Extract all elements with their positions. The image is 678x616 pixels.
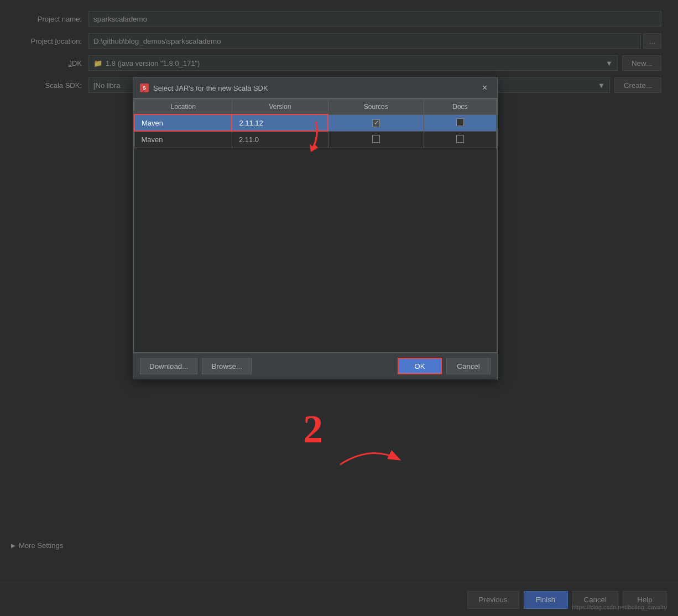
modal-icon: S xyxy=(140,83,149,92)
download-button[interactable]: Download... xyxy=(140,358,197,374)
row2-sources[interactable] xyxy=(328,131,424,148)
modal-close-button[interactable]: × xyxy=(479,82,491,93)
row1-sources[interactable]: ✓ xyxy=(328,114,424,131)
sdk-modal: S Select JAR's for the new Scala SDK × L… xyxy=(133,77,498,379)
table-header-row: Location Version Sources Docs xyxy=(134,100,497,115)
sources-checkbox-checked[interactable]: ✓ xyxy=(372,119,380,127)
docs-checkbox-unchecked[interactable] xyxy=(456,135,464,143)
row1-docs[interactable] xyxy=(424,114,496,131)
table-row[interactable]: Maven 2.11.0 xyxy=(134,131,497,148)
modal-titlebar: S Select JAR's for the new Scala SDK × xyxy=(133,78,497,98)
sdk-table: Location Version Sources Docs Maven 2.11… xyxy=(134,99,497,352)
modal-title-area: S Select JAR's for the new Scala SDK xyxy=(140,83,268,92)
empty-row xyxy=(134,148,497,352)
ok-button[interactable]: OK xyxy=(398,358,442,374)
modal-footer: Download... Browse... OK Cancel xyxy=(133,353,497,379)
col-docs: Docs xyxy=(424,100,496,115)
row2-docs[interactable] xyxy=(424,131,496,148)
modal-content: Location Version Sources Docs Maven 2.11… xyxy=(133,98,497,353)
table-container: Location Version Sources Docs Maven 2.11… xyxy=(133,98,497,353)
col-sources: Sources xyxy=(328,100,424,115)
col-version: Version xyxy=(232,100,328,115)
sources-checkbox-unchecked[interactable] xyxy=(372,135,380,143)
row2-location: Maven xyxy=(134,131,232,148)
row2-version: 2.11.0 xyxy=(232,131,328,148)
modal-title-text: Select JAR's for the new Scala SDK xyxy=(153,84,268,92)
row1-location: Maven xyxy=(134,114,232,131)
modal-browse-button[interactable]: Browse... xyxy=(202,358,252,374)
modal-cancel-button[interactable]: Cancel xyxy=(446,358,491,374)
col-location: Location xyxy=(134,100,232,115)
docs-checkbox-dark[interactable] xyxy=(456,118,464,126)
table-row[interactable]: Maven 2.11.12 ✓ xyxy=(134,114,497,131)
row1-version: 2.11.12 xyxy=(232,114,328,131)
